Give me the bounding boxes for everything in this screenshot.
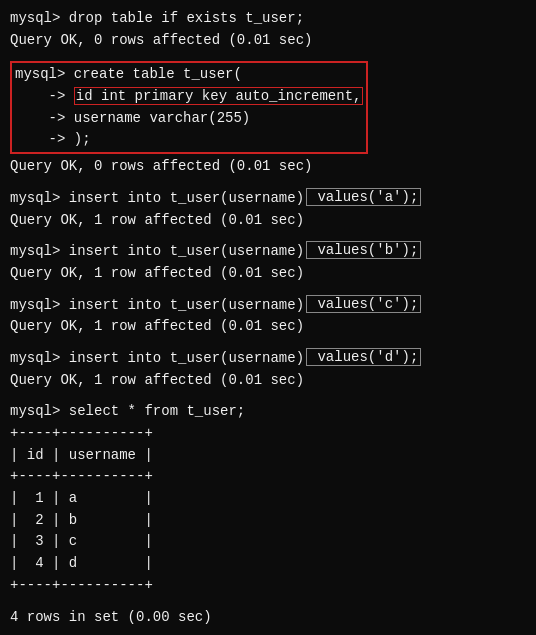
insert2-cmd: mysql> insert into t_user(username) — [10, 241, 304, 263]
insert1-ok: Query OK, 1 row affected (0.01 sec) — [10, 210, 526, 232]
table-top: +----+----------+ — [10, 423, 526, 445]
insert4-val: values('d'); — [309, 349, 418, 365]
insert2-values-box: values('b'); — [306, 241, 421, 259]
spacer6 — [10, 391, 526, 401]
spacer1 — [10, 51, 526, 61]
insert4-row: mysql> insert into t_user(username) valu… — [10, 348, 526, 370]
arrow1: -> — [15, 88, 74, 104]
insert1-row: mysql> insert into t_user(username) valu… — [10, 188, 526, 210]
table-row-1: | 1 | a | — [10, 488, 526, 510]
create-line2: -> id int primary key auto_increment, — [15, 86, 363, 108]
terminal: mysql> drop table if exists t_user; Quer… — [10, 8, 526, 627]
table-row-2: | 2 | b | — [10, 510, 526, 532]
spacer2 — [10, 178, 526, 188]
create-line1: mysql> create table t_user( — [15, 64, 363, 86]
spacer7 — [10, 597, 526, 607]
spacer3 — [10, 231, 526, 241]
line-drop-cmd: mysql> drop table if exists t_user; — [10, 8, 526, 30]
insert2-cmd-text: mysql> insert into t_user(username) — [10, 243, 304, 259]
prompt: mysql> drop table if exists t_user; — [10, 10, 304, 26]
insert2-row: mysql> insert into t_user(username) valu… — [10, 241, 526, 263]
line-drop-ok: Query OK, 0 rows affected (0.01 sec) — [10, 30, 526, 52]
insert1-val: values('a'); — [309, 189, 418, 205]
insert1-cmd-text: mysql> insert into t_user(username) — [10, 190, 304, 206]
insert3-cmd: mysql> insert into t_user(username) — [10, 295, 304, 317]
table-bottom: +----+----------+ — [10, 575, 526, 597]
table-row-3: | 3 | c | — [10, 531, 526, 553]
ok-create: Query OK, 0 rows affected (0.01 sec) — [10, 158, 312, 174]
table-sep: +----+----------+ — [10, 466, 526, 488]
insert1-values-box: values('a'); — [306, 188, 421, 206]
line-create-ok: Query OK, 0 rows affected (0.01 sec) — [10, 156, 526, 178]
insert4-ok: Query OK, 1 row affected (0.01 sec) — [10, 370, 526, 392]
table-header: | id | username | — [10, 445, 526, 467]
insert4-values-box: values('d'); — [306, 348, 421, 366]
insert2-val: values('b'); — [309, 242, 418, 258]
insert4-cmd-text: mysql> insert into t_user(username) — [10, 350, 304, 366]
insert1-cmd: mysql> insert into t_user(username) — [10, 188, 304, 210]
insert3-ok: Query OK, 1 row affected (0.01 sec) — [10, 316, 526, 338]
insert2-ok: Query OK, 1 row affected (0.01 sec) — [10, 263, 526, 285]
create-cmd: mysql> create table t_user( — [15, 66, 242, 82]
primary-key-highlight: id int primary key auto_increment, — [74, 87, 364, 105]
insert4-cmd: mysql> insert into t_user(username) — [10, 348, 304, 370]
ok-text: Query OK, 0 rows affected (0.01 sec) — [10, 32, 312, 48]
create-line4: -> ); — [15, 129, 363, 151]
insert3-val: values('c'); — [309, 296, 418, 312]
select-cmd: mysql> select * from t_user; — [10, 401, 526, 423]
final-line: 4 rows in set (0.00 sec) — [10, 607, 526, 629]
spacer5 — [10, 338, 526, 348]
insert3-row: mysql> insert into t_user(username) valu… — [10, 295, 526, 317]
spacer4 — [10, 285, 526, 295]
create-table-block: mysql> create table t_user( -> id int pr… — [10, 61, 368, 154]
insert3-cmd-text: mysql> insert into t_user(username) — [10, 297, 304, 313]
arrow2: -> username varchar(255) — [15, 110, 250, 126]
insert3-values-box: values('c'); — [306, 295, 421, 313]
arrow3: -> ); — [15, 131, 91, 147]
table-row-4: | 4 | d | — [10, 553, 526, 575]
create-line3: -> username varchar(255) — [15, 108, 363, 130]
